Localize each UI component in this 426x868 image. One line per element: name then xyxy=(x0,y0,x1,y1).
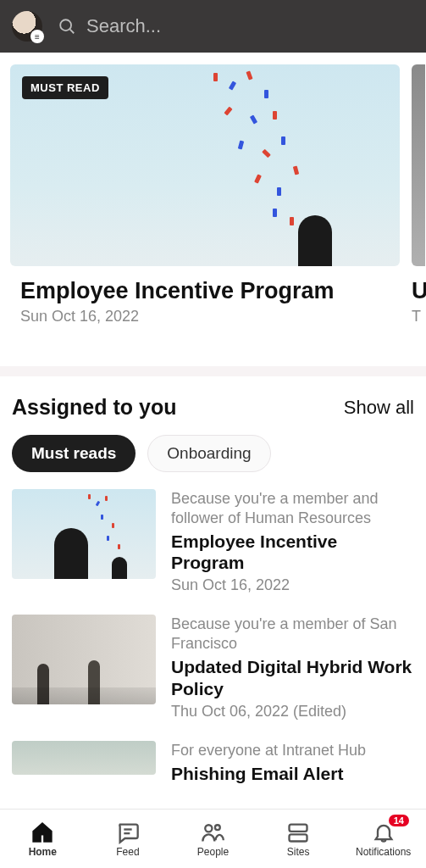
feed-icon xyxy=(116,821,140,844)
list-item-date: Sun Oct 16, 2022 xyxy=(171,576,414,594)
svg-rect-6 xyxy=(290,824,307,831)
nav-home[interactable]: Home xyxy=(0,810,86,868)
hero-card-peek[interactable]: U T xyxy=(412,64,426,326)
nav-sites[interactable]: Sites xyxy=(256,810,341,868)
list-item-title: Phishing Email Alert xyxy=(171,763,414,784)
filter-chips: Must reads Onboarding xyxy=(0,435,426,489)
home-icon xyxy=(30,821,54,844)
hero-image: MUST READ xyxy=(10,64,400,266)
assigned-header: Assigned to you Show all xyxy=(0,376,426,435)
hero-peek-title: U xyxy=(412,278,426,304)
svg-point-5 xyxy=(215,825,220,830)
chip-must-reads[interactable]: Must reads xyxy=(12,435,136,472)
assigned-list: Because you're a member and follower of … xyxy=(0,489,426,787)
hero-title: Employee Incentive Program xyxy=(10,278,400,304)
list-item[interactable]: Because you're a member and follower of … xyxy=(12,489,414,594)
notification-badge: 14 xyxy=(389,815,409,826)
list-item-title: Updated Digital Hybrid Work Policy xyxy=(171,656,414,698)
svg-rect-7 xyxy=(290,834,307,841)
svg-line-1 xyxy=(70,30,75,34)
show-all-link[interactable]: Show all xyxy=(344,397,414,419)
list-thumb xyxy=(12,741,156,775)
search-placeholder: Search... xyxy=(86,15,161,37)
hero-date: Sun Oct 16, 2022 xyxy=(10,308,400,326)
sites-icon xyxy=(286,821,310,844)
svg-point-4 xyxy=(206,825,213,832)
hero-carousel[interactable]: MUST READ xyxy=(0,53,426,326)
list-item-reason: For everyone at Intranet Hub xyxy=(171,741,414,760)
hero-image-peek xyxy=(412,64,425,266)
list-item[interactable]: For everyone at Intranet Hub Phishing Em… xyxy=(12,741,414,788)
nav-notifications[interactable]: 14 Notifications xyxy=(340,810,426,868)
chip-onboarding[interactable]: Onboarding xyxy=(147,435,270,472)
list-item-date: Thu Oct 06, 2022 (Edited) xyxy=(171,703,414,721)
nav-people[interactable]: People xyxy=(170,810,256,868)
hero-card[interactable]: MUST READ xyxy=(10,64,400,326)
avatar[interactable]: ≡ xyxy=(12,11,42,42)
list-item-reason: Because you're a member of San Francisco xyxy=(171,615,414,653)
search-icon xyxy=(58,17,76,36)
nav-label: Notifications xyxy=(356,846,411,858)
people-icon xyxy=(201,821,224,844)
confetti-illustration-small xyxy=(12,489,156,579)
assigned-title: Assigned to you xyxy=(12,395,176,420)
section-divider xyxy=(0,366,426,376)
confetti-illustration xyxy=(10,64,400,266)
list-item-text: Because you're a member and follower of … xyxy=(171,489,414,594)
hero-peek-date: T xyxy=(412,308,426,326)
top-bar: ≡ Search... xyxy=(0,0,426,53)
nav-label: Sites xyxy=(287,846,310,858)
list-thumb xyxy=(12,489,156,579)
list-item-title: Employee Incentive Program xyxy=(171,531,414,573)
bottom-nav: Home Feed People Sites 14 Notifications xyxy=(0,809,426,868)
list-item-text: For everyone at Intranet Hub Phishing Em… xyxy=(171,741,414,788)
list-item-reason: Because you're a member and follower of … xyxy=(171,489,414,527)
nav-label: People xyxy=(197,846,229,858)
list-item-text: Because you're a member of San Francisco… xyxy=(171,615,414,720)
svg-point-0 xyxy=(60,19,71,31)
list-item[interactable]: Because you're a member of San Francisco… xyxy=(12,615,414,720)
avatar-menu-badge[interactable]: ≡ xyxy=(30,30,44,43)
list-thumb xyxy=(12,615,156,704)
search-input[interactable]: Search... xyxy=(58,15,414,37)
nav-label: Feed xyxy=(116,846,139,858)
content-scroll[interactable]: MUST READ xyxy=(0,53,426,809)
nav-label: Home xyxy=(29,846,57,858)
nav-feed[interactable]: Feed xyxy=(86,810,171,868)
